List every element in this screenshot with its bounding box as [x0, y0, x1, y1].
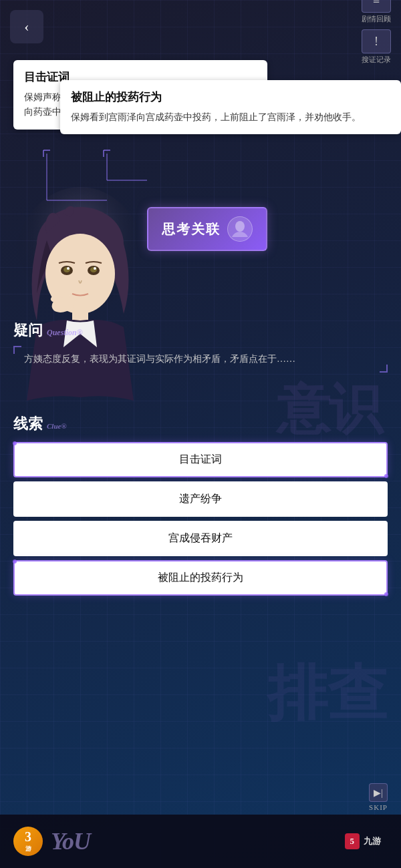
svg-point-15: [235, 221, 245, 232]
clue-item-3[interactable]: 宫成侵吞财产: [13, 521, 388, 556]
clue-item-4-label: 被阻止的投药行为: [158, 572, 243, 583]
clue-item-1-label: 目击证词: [179, 453, 222, 465]
corner-br: [380, 365, 388, 373]
evidence-card-2: 被阻止的投药行为 保姆看到宫雨泽向宫成药壶中投药，上前阻止了宫雨泽，并劝他收手。: [60, 80, 401, 134]
card2-text: 保姆看到宫雨泽向宫成药壶中投药，上前阻止了宫雨泽，并劝他收手。: [71, 110, 390, 125]
jiu-you-logo: 5 九游: [345, 833, 382, 849]
you-watermark-text: YoU: [51, 827, 90, 855]
story-review-button[interactable]: ≡ 剧情回顾: [362, 0, 391, 24]
corner-tl: [13, 346, 21, 354]
clue-item-1[interactable]: 目击证词: [13, 442, 388, 477]
clue-subtitle: Clue®: [47, 422, 67, 430]
svg-point-7: [67, 267, 70, 270]
skip-label: SKIP: [369, 803, 388, 811]
top-bar: ‹ ≡ 剧情回顾 ! 搜证记录: [0, 0, 401, 53]
top-right-buttons: ≡ 剧情回顾 ! 搜证记录: [362, 0, 391, 65]
back-button[interactable]: ‹: [10, 10, 43, 43]
skip-icon: ▶|: [369, 783, 388, 802]
clue-item-2[interactable]: 遗产纷争: [13, 481, 388, 517]
corner-dot-br-1: [384, 474, 388, 478]
question-section: 疑问 Question® 方姨态度反复，表现为其证词与实际作为相矛盾，矛盾点在于…: [0, 320, 401, 373]
search-record-icon: !: [362, 29, 391, 53]
corner-dot-tl-1: [13, 441, 17, 445]
story-review-icon: ≡: [362, 0, 391, 13]
clue-list: 目击证词 遗产纷争 宫成侵吞财产 被阻止的投药行为: [13, 442, 388, 596]
bottom-bar: 3 游 YoU 5 九游: [0, 815, 401, 868]
corner-dot-tl-4: [13, 560, 17, 564]
think-link-label: 思考关联: [162, 220, 221, 238]
story-review-label: 剧情回顾: [362, 14, 391, 24]
question-subtitle: Question®: [47, 328, 83, 338]
search-record-label: 搜证记录: [362, 55, 391, 65]
search-record-button[interactable]: ! 搜证记录: [362, 29, 391, 65]
watermark-pai-cha: 排查: [267, 653, 388, 734]
clue-item-2-label: 遗产纷争: [179, 493, 222, 504]
jiu-you-label: 九游: [364, 835, 381, 847]
question-box: 方姨态度反复，表现为其证词与实际作为相矛盾，矛盾点在于……: [13, 346, 388, 373]
think-link-avatar: [227, 216, 253, 242]
question-section-title: 疑问 Question®: [13, 320, 388, 341]
skip-button[interactable]: ▶| SKIP: [369, 783, 388, 811]
san-you-logo: 3 游: [13, 827, 43, 856]
clue-item-3-label: 宫成侵吞财产: [168, 532, 233, 544]
jiu-you-number: 5: [345, 833, 360, 849]
card2-title: 被阻止的投药行为: [71, 89, 390, 105]
clue-section-title: 线索 Clue®: [13, 414, 388, 434]
svg-point-8: [94, 267, 96, 270]
clue-item-4[interactable]: 被阻止的投药行为: [13, 560, 388, 596]
question-text: 方姨态度反复，表现为其证词与实际作为相矛盾，矛盾点在于……: [24, 351, 377, 367]
think-link-button[interactable]: 思考关联: [147, 207, 267, 251]
corner-dot-br-4: [384, 592, 388, 596]
clue-section: 线索 Clue® 目击证词 遗产纷争 宫成侵吞财产 被阻止的投药行为: [0, 414, 401, 596]
